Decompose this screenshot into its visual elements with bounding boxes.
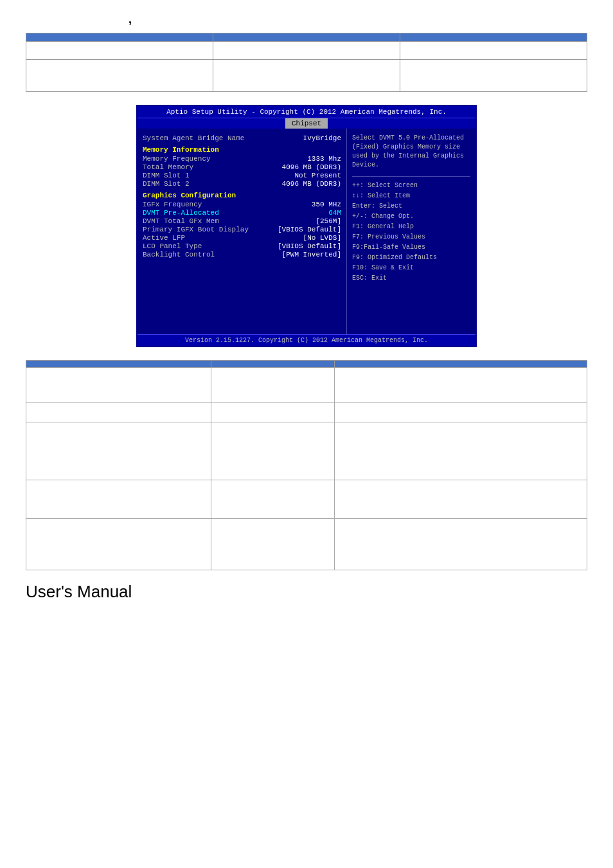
mid-header-2 xyxy=(211,361,335,368)
mid-header-1 xyxy=(26,361,211,368)
top-table xyxy=(26,33,587,92)
bios-key-f1: F1: General Help xyxy=(352,222,470,232)
bios-row-igfxfreq: IGFx Frequency 350 MHz xyxy=(143,201,341,208)
bios-value-bridge: IvyBridge xyxy=(303,134,341,142)
bios-footer: Version 2.15.1227. Copyright (C) 2012 Am… xyxy=(138,334,475,346)
bios-left-panel: System Agent Bridge Name IvyBridge Memor… xyxy=(138,129,347,334)
top-mark: , xyxy=(129,13,587,26)
bios-body: System Agent Bridge Name IvyBridge Memor… xyxy=(138,129,475,334)
bios-keys: ++: Select Screen ↕↓: Select Item Enter:… xyxy=(352,176,470,284)
bios-row-totalmem: Total Memory 4096 MB (DDR3) xyxy=(143,163,341,171)
table-row xyxy=(26,403,587,422)
table-row xyxy=(26,422,587,480)
bios-key-change: +/-: Change Opt. xyxy=(352,212,470,222)
bios-key-select-screen: ++: Select Screen xyxy=(352,181,470,191)
bios-tab-bar: Chipset xyxy=(138,118,475,129)
table-row xyxy=(26,60,587,92)
top-table-header-1 xyxy=(26,33,213,42)
table-row xyxy=(26,519,587,570)
bios-header: Aptio Setup Utility - Copyright (C) 2012… xyxy=(138,106,475,118)
middle-table xyxy=(26,360,587,570)
bios-screen: Aptio Setup Utility - Copyright (C) 2012… xyxy=(136,105,477,347)
bios-row-dvmt-total: DVMT Total GFx Mem [256M] xyxy=(143,217,341,225)
top-table-header-2 xyxy=(213,33,400,42)
bios-key-f7: F7: Previous Values xyxy=(352,232,470,242)
table-row xyxy=(26,368,587,403)
bios-key-enter: Enter: Select xyxy=(352,201,470,212)
bios-row-dimm2: DIMM Slot 2 4096 MB (DDR3) xyxy=(143,180,341,188)
bios-row-bridge: System Agent Bridge Name IvyBridge xyxy=(143,134,341,142)
bios-row-lcdpanel: LCD Panel Type [VBIOS Default] xyxy=(143,242,341,250)
bios-row-primary-boot: Primary IGFX Boot Display [VBIOS Default… xyxy=(143,226,341,233)
bios-row-backlight: Backlight Control [PWM Inverted] xyxy=(143,251,341,258)
bios-row-dimm1: DIMM Slot 1 Not Present xyxy=(143,172,341,179)
bios-help-text: Select DVMT 5.0 Pre-Allocated (Fixed) Gr… xyxy=(352,134,470,170)
bios-section-memory: Memory Information xyxy=(143,146,341,154)
bios-tab-chipset[interactable]: Chipset xyxy=(285,118,328,129)
bios-key-f10: F10: Save & Exit xyxy=(352,263,470,273)
top-table-header-3 xyxy=(400,33,587,42)
table-row xyxy=(26,42,587,60)
bios-key-select-item: ↕↓: Select Item xyxy=(352,191,470,201)
bios-row-dvmt-pre: DVMT Pre-Allocated 64M xyxy=(143,209,341,217)
bios-key-f9b: F9: Optimized Defaults xyxy=(352,253,470,263)
bios-right-panel: Select DVMT 5.0 Pre-Allocated (Fixed) Gr… xyxy=(347,129,475,334)
bios-label-bridge: System Agent Bridge Name xyxy=(143,134,244,142)
user-manual-label: User's Manual xyxy=(26,582,587,602)
mid-header-3 xyxy=(335,361,587,368)
table-row xyxy=(26,480,587,519)
bios-key-f9a: F9:Fail-Safe Values xyxy=(352,242,470,253)
bios-row-memfreq: Memory Frequency 1333 Mhz xyxy=(143,155,341,163)
bios-key-esc: ESC: Exit xyxy=(352,273,470,284)
bios-section-graphics: Graphics Configuration xyxy=(143,192,341,199)
bios-row-activelfp: Active LFP [No LVDS] xyxy=(143,234,341,242)
